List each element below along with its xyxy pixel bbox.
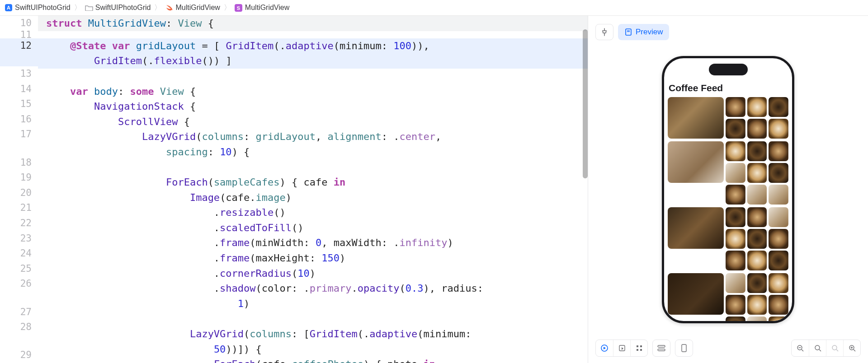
svg-point-18: [815, 345, 820, 350]
code-line: NavigationStack {: [46, 99, 588, 114]
code-line: 50))]) {: [46, 342, 588, 357]
code-line: .cornerRadius(10): [46, 266, 588, 281]
preview-label: Preview: [636, 28, 663, 37]
code-editor[interactable]: 10 11 12 13 14 15 16 17 18 19 20 21 22 2…: [0, 16, 588, 363]
cafe-image: [668, 141, 724, 183]
line-number: 18: [0, 155, 38, 171]
svg-text:A: A: [7, 5, 10, 10]
swift-icon: [165, 4, 173, 12]
code-line: [46, 69, 588, 84]
svg-rect-14: [682, 344, 686, 352]
zoom-in-button[interactable]: [843, 340, 860, 356]
grid-row: [668, 273, 788, 321]
variants-button[interactable]: [630, 340, 647, 356]
svg-rect-5: [627, 30, 630, 32]
preview-pane: Preview Coffee Feed: [588, 16, 868, 363]
line-number: 13: [0, 66, 38, 82]
cafe-image: [668, 97, 724, 139]
code-line: .shadow(color: .primary.opacity(0.3), ra…: [46, 281, 588, 296]
svg-line-16: [802, 349, 803, 351]
svg-rect-13: [658, 349, 665, 351]
crumb-label: MultiGridView: [175, 4, 220, 12]
code-line: ScrollView {: [46, 114, 588, 130]
zoom-out-button[interactable]: [792, 340, 809, 356]
code-area[interactable]: struct MultiGridView: View { @State var …: [38, 16, 588, 363]
line-number: 29: [0, 348, 38, 363]
folder-icon: [85, 4, 93, 12]
crumb-label: MultiGridView: [245, 4, 289, 12]
code-line: var body: some View {: [46, 84, 588, 99]
crumb-label: SwiftUIPhotoGrid: [95, 4, 151, 12]
grid-row: [668, 141, 788, 205]
grid-row: [668, 207, 788, 270]
line-number: 14: [0, 82, 38, 97]
zoom-fit-button[interactable]: [809, 340, 826, 356]
coffee-subgrid: [726, 141, 788, 205]
line-number: 15: [0, 97, 38, 112]
preview-button[interactable]: Preview: [618, 24, 669, 40]
preview-canvas[interactable]: Coffee Feed: [588, 16, 868, 363]
line-number: 20: [0, 186, 38, 201]
svg-rect-8: [637, 345, 638, 347]
line-gutter: 10 11 12 13 14 15 16 17 18 19 20 21 22 2…: [0, 16, 38, 363]
preview-mode-group: [595, 340, 648, 357]
dynamic-island: [709, 64, 748, 75]
svg-rect-10: [637, 349, 638, 351]
code-line: .frame(maxHeight: 150): [46, 251, 588, 266]
code-line: @State var gridLayout = [ GridItem(.adap…: [38, 38, 588, 54]
coffee-subgrid: [726, 207, 788, 270]
code-line: GridItem(.flexible()) ]: [38, 53, 588, 69]
cafe-image: [668, 207, 724, 249]
crumb-label: SwiftUIPhotoGrid: [15, 4, 71, 12]
svg-line-23: [854, 349, 855, 351]
code-line: .frame(minWidth: 0, maxWidth: .infinity): [46, 235, 588, 251]
struct-icon: S: [235, 4, 243, 12]
vertical-scrollbar[interactable]: [583, 29, 588, 178]
svg-text:S: S: [237, 5, 240, 10]
line-number: 23: [0, 231, 38, 247]
line-number: 24: [0, 246, 38, 261]
svg-line-21: [836, 349, 838, 351]
code-line: .resizable(): [46, 205, 588, 220]
crumb-file[interactable]: MultiGridView: [165, 4, 220, 12]
svg-rect-12: [658, 345, 665, 347]
line-number: 26: [0, 276, 38, 304]
pin-icon: [601, 28, 608, 36]
code-line: 1): [46, 296, 588, 312]
device-settings-button[interactable]: [653, 340, 670, 356]
grid-row: [668, 97, 788, 139]
code-line: Image(cafe.image): [46, 190, 588, 205]
crumb-symbol[interactable]: S MultiGridView: [235, 4, 289, 12]
cafe-image: [668, 273, 724, 315]
orientation-button[interactable]: [675, 340, 693, 356]
line-number: 16: [0, 112, 38, 127]
code-line: ForEach(cafe.coffeePhotos) { photo in: [46, 357, 588, 363]
svg-point-20: [832, 345, 837, 350]
zoom-group: [791, 340, 861, 357]
code-line: LazyVGrid(columns: [GridItem(.adaptive(m…: [46, 326, 588, 342]
code-line: LazyVGrid(columns: gridLayout, alignment…: [46, 129, 588, 144]
line-number: 11: [0, 31, 38, 38]
line-number: 21: [0, 200, 38, 216]
svg-rect-9: [640, 345, 642, 347]
preview-icon: [624, 28, 632, 36]
line-number: 28: [0, 320, 38, 348]
code-line: struct MultiGridView: View {: [38, 16, 588, 31]
device-frame: Coffee Feed: [662, 56, 794, 323]
app-content: Coffee Feed: [668, 81, 788, 321]
zoom-actual-button[interactable]: [826, 340, 843, 356]
svg-line-19: [819, 349, 821, 351]
breadcrumb: A SwiftUIPhotoGrid 〉 SwiftUIPhotoGrid 〉 …: [0, 0, 868, 16]
crumb-folder[interactable]: SwiftUIPhotoGrid: [85, 4, 151, 12]
line-number: 12: [0, 38, 38, 66]
line-number: 25: [0, 261, 38, 277]
line-number: 17: [0, 127, 38, 155]
selectable-preview-button[interactable]: [613, 340, 630, 356]
nav-title: Coffee Feed: [669, 83, 788, 93]
line-number: 10: [0, 16, 38, 31]
pin-button[interactable]: [595, 24, 613, 40]
coffee-subgrid: [726, 273, 788, 321]
line-number: 22: [0, 216, 38, 231]
live-preview-button[interactable]: [596, 340, 613, 356]
crumb-project[interactable]: A SwiftUIPhotoGrid: [5, 4, 71, 12]
